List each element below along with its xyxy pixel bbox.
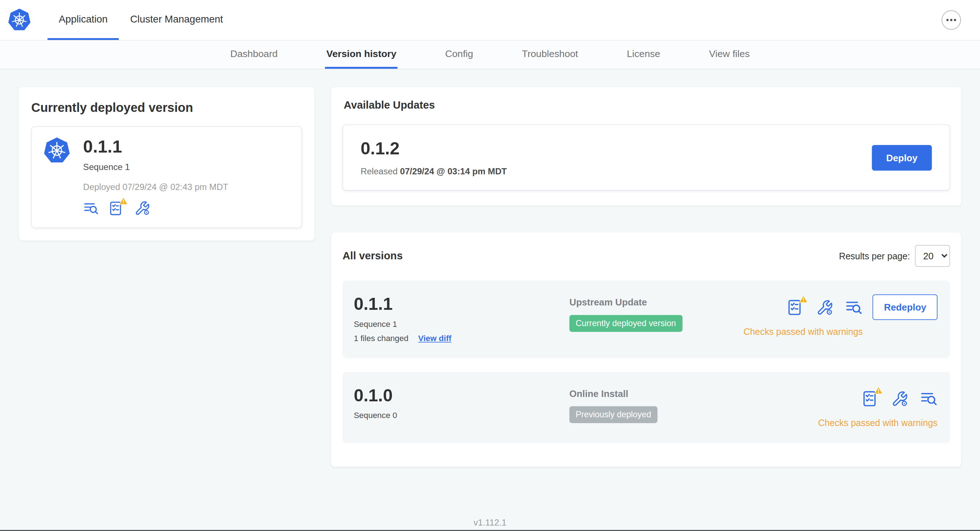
deploy-button[interactable]: Deploy: [872, 145, 932, 170]
available-update-row: 0.1.2 Released 07/29/24 @ 03:14 pm MDT D…: [342, 124, 950, 190]
preflight-checks-warning-icon[interactable]: [108, 200, 124, 216]
deployed-version-number: 0.1.1: [83, 137, 228, 157]
released-timestamp: 07/29/24 @ 03:14 pm MDT: [400, 166, 507, 176]
results-per-page-label: Results per page:: [839, 251, 910, 261]
subnav-license-label: License: [627, 48, 660, 59]
deployed-timestamp: Deployed 07/29/24 @ 02:43 pm MDT: [83, 182, 228, 192]
version-number: 0.1.1: [354, 294, 570, 314]
app-subnav: Dashboard Version history Config Trouble…: [0, 40, 980, 69]
version-source-label: Online Install: [570, 388, 818, 399]
subnav-dashboard-label: Dashboard: [230, 48, 277, 59]
subnav-item-license[interactable]: License: [625, 41, 662, 68]
deploy-logs-icon[interactable]: [920, 390, 937, 407]
subnav-item-troubleshoot[interactable]: Troubleshoot: [520, 41, 579, 68]
subnav-item-dashboard[interactable]: Dashboard: [229, 41, 278, 68]
subnav-version-history-label: Version history: [326, 48, 397, 59]
subnav-config-label: Config: [445, 48, 473, 59]
warning-triangle-icon: [873, 386, 883, 394]
warning-triangle-icon: [799, 295, 808, 303]
warning-triangle-icon: [119, 197, 128, 205]
subnav-item-view-files[interactable]: View files: [708, 41, 751, 68]
top-bar: Application Cluster Management: [0, 0, 980, 40]
kubernetes-icon: [43, 137, 71, 216]
view-diff-link[interactable]: View diff: [418, 334, 452, 343]
kubernetes-logo: [8, 0, 31, 40]
available-updates-card: Available Updates 0.1.2 Released 07/29/2…: [331, 87, 961, 205]
version-row-info: 0.1.0 Sequence 0: [354, 386, 570, 420]
tab-cluster-management[interactable]: Cluster Management: [119, 0, 234, 40]
overflow-menu-button[interactable]: [941, 10, 961, 30]
update-info: 0.1.2 Released 07/29/24 @ 03:14 pm MDT: [361, 139, 507, 176]
page-footer: v1.112.1: [0, 517, 980, 528]
version-number: 0.1.0: [354, 386, 570, 406]
currently-deployed-title: Currently deployed version: [31, 100, 302, 115]
deployed-sequence: Sequence 1: [83, 162, 228, 172]
config-icon[interactable]: [816, 299, 833, 316]
version-source-label: Upstream Update: [570, 297, 743, 307]
subnav-item-version-history[interactable]: Version history: [325, 41, 398, 68]
all-versions-card: All versions Results per page: 20 0.1.1 …: [331, 232, 961, 467]
subnav-troubleshoot-label: Troubleshoot: [522, 48, 578, 59]
deployed-action-icons: [83, 200, 228, 216]
update-version-number: 0.1.2: [361, 139, 507, 159]
currently-deployed-card: Currently deployed version: [19, 87, 315, 240]
tab-application-label: Application: [59, 13, 108, 25]
deployed-version-info: 0.1.1 Sequence 1 Deployed 07/29/24 @ 02:…: [83, 137, 228, 216]
currently-deployed-badge: Currently deployed version: [570, 315, 682, 332]
results-per-page: Results per page: 20: [839, 245, 950, 267]
redeploy-button[interactable]: Redeploy: [873, 294, 937, 320]
released-label: Released: [361, 166, 398, 176]
version-row-info: 0.1.1 Sequence 1 1 files changed View di…: [354, 294, 570, 343]
version-sequence: Sequence 0: [354, 410, 570, 420]
kots-admin-console: Application Cluster Management Dashboard…: [0, 0, 980, 531]
deployed-version-panel: 0.1.1 Sequence 1 Deployed 07/29/24 @ 02:…: [31, 126, 302, 228]
preflight-checks-warning-icon[interactable]: [787, 299, 805, 316]
version-row-source: Upstream Update Currently deployed versi…: [570, 294, 743, 332]
right-column: Available Updates 0.1.2 Released 07/29/2…: [331, 87, 961, 467]
deploy-logs-icon[interactable]: [83, 200, 99, 216]
main-content: Currently deployed version: [0, 69, 980, 467]
preflight-status[interactable]: Checks passed with warnings: [818, 418, 937, 428]
icons-and-status: Checks passed with warnings: [818, 386, 937, 428]
config-icon[interactable]: [134, 200, 150, 216]
version-row-actions: Checks passed with warnings: [818, 386, 937, 428]
all-versions-header: All versions Results per page: 20: [342, 245, 950, 267]
version-row: 0.1.1 Sequence 1 1 files changed View di…: [342, 281, 950, 358]
version-action-icons: [862, 390, 937, 407]
files-changed-line: 1 files changed View diff: [354, 334, 570, 343]
preflight-status[interactable]: Checks passed with warnings: [743, 327, 863, 337]
icons-and-status: Checks passed with warnings: [743, 294, 863, 337]
results-per-page-select[interactable]: 20: [915, 245, 950, 267]
version-action-icons: [787, 299, 863, 316]
subnav-item-config[interactable]: Config: [444, 41, 474, 68]
version-row-source: Online Install Previously deployed: [570, 386, 818, 423]
previously-deployed-badge: Previously deployed: [570, 406, 657, 423]
subnav-view-files-label: View files: [709, 48, 750, 59]
update-released-line: Released 07/29/24 @ 03:14 pm MDT: [361, 166, 507, 176]
tab-application[interactable]: Application: [48, 0, 119, 40]
deploy-logs-icon[interactable]: [845, 299, 863, 316]
version-sequence: Sequence 1: [354, 319, 570, 329]
preflight-checks-warning-icon[interactable]: [862, 390, 880, 407]
config-icon[interactable]: [891, 390, 908, 407]
app-version-label: v1.112.1: [474, 518, 507, 528]
version-row-actions: Checks passed with warnings Redeploy: [743, 294, 937, 337]
files-changed-label: 1 files changed: [354, 334, 408, 343]
version-row: 0.1.0 Sequence 0 Online Install Previous…: [342, 372, 950, 443]
all-versions-title: All versions: [342, 250, 403, 262]
tab-cluster-management-label: Cluster Management: [130, 13, 223, 25]
top-nav: Application Cluster Management: [48, 0, 234, 40]
available-updates-title: Available Updates: [344, 100, 950, 112]
